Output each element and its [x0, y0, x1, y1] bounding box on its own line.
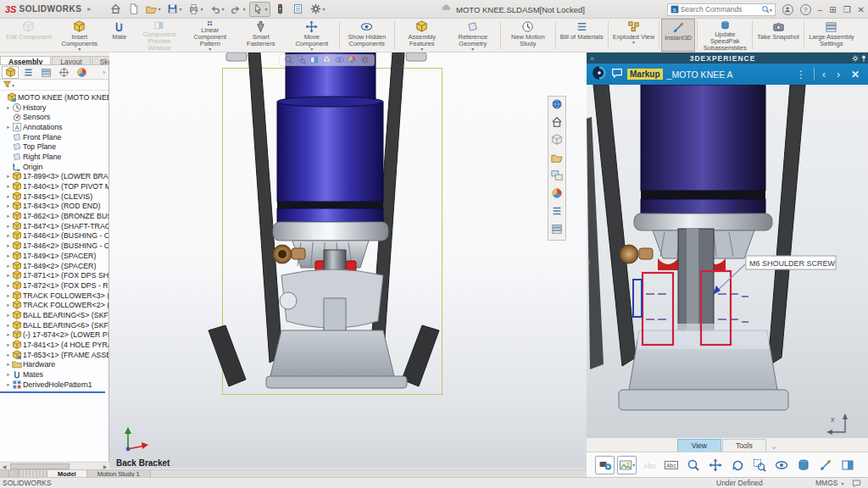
tab-scroll-right[interactable]: [9, 470, 19, 477]
zoom-fit-icon[interactable]: [284, 53, 293, 68]
tree-item-17-899-3-lower-bracket-[interactable]: ▸17-899<3> (LOWER BRACKET): [0, 172, 108, 182]
tree-item-17-840-1-top-pivot-mount-[interactable]: ▸17-840<1> (TOP PIVOT MOUNT): [0, 181, 108, 191]
markup-graphics-area[interactable]: M6 SHOULDER SCREW x: [587, 85, 868, 438]
tree-rollback-bar[interactable]: [0, 391, 105, 393]
tree-item-17-846-1-bushing-clevis-13-id[interactable]: ▸17-846<1> (BUSHING - CLEVIS 13 ID: [0, 231, 108, 241]
tree-item-origin[interactable]: Origin: [0, 162, 108, 172]
scroll-thumb[interactable]: [10, 463, 70, 469]
tree-item-moto-knee-moto-knee-[interactable]: MOTO KNEE (MOTO KNEE): [0, 92, 108, 103]
rebuild-icon[interactable]: [272, 2, 288, 17]
rocker-pin[interactable]: [280, 292, 297, 309]
top-pivot-right[interactable]: [406, 53, 426, 61]
top-pivot-left[interactable]: [226, 53, 247, 61]
chat-bubble-icon[interactable]: [611, 67, 623, 82]
custom-properties-icon[interactable]: [551, 205, 563, 220]
select-icon[interactable]: ▾: [249, 2, 270, 17]
tree-filter-row[interactable]: ▾: [0, 80, 108, 91]
zoom-area-icon[interactable]: [297, 53, 306, 68]
tree-item-17-849-1-spacer-[interactable]: ▸17-849<1> (SPACER): [0, 251, 108, 261]
3dexperience-icon[interactable]: [551, 98, 563, 114]
search-icon[interactable]: [761, 2, 770, 17]
smart-fasteners-button[interactable]: Smart Fasteners: [236, 19, 287, 52]
tree-item--17-874-2-lower-pin-[interactable]: ▸(-) 17-874<2> (LOWER PIN): [0, 330, 108, 341]
insert-components-button[interactable]: Insert Components▾: [54, 19, 105, 52]
tree-item-17-846-2-bushing-clevis-13-id[interactable]: ▸17-846<2> (BUSHING - CLEVIS 13 ID: [0, 241, 108, 251]
new-document-icon[interactable]: [125, 2, 142, 17]
undo-icon[interactable]: ▾: [207, 2, 226, 17]
bronze-bushing[interactable]: [620, 245, 638, 263]
quick-tip-icon[interactable]: [852, 479, 861, 488]
bill-of-materials-button[interactable]: Bill of Materials: [558, 19, 606, 52]
graphics-area[interactable]: [109, 53, 587, 469]
tree-item-17-862-1-bronze-bushing-10-ii[interactable]: ▸17-862<1> (BRONZE BUSHING - 10 II: [0, 211, 108, 221]
tree-item-ball-bearing-5-skf-bearing-6[interactable]: ▸BALL BEARING<5> (SKF BEARING #6: [0, 310, 108, 320]
next-markup-icon[interactable]: ›: [833, 69, 843, 80]
new-motion-study-button[interactable]: New Motion Study: [503, 19, 554, 52]
minimize-button[interactable]: –: [818, 5, 823, 14]
appearances-icon[interactable]: [551, 187, 563, 202]
close-button[interactable]: ✕: [858, 5, 865, 14]
scroll-right-icon[interactable]: ▶: [101, 463, 109, 469]
options-icon[interactable]: ▾: [308, 2, 327, 17]
assembly-features-button[interactable]: Assembly Features▾: [397, 19, 448, 52]
markup-model-view[interactable]: M6 SHOULDER SCREW x: [587, 85, 868, 438]
tree-item-17-849-2-spacer-[interactable]: ▸17-849<2> (SPACER): [0, 261, 108, 271]
instant3d-button[interactable]: Instant3D: [661, 19, 695, 52]
view-palette-icon[interactable]: [551, 169, 563, 185]
tree-item-top-plane[interactable]: Top Plane: [0, 141, 108, 152]
model-data-icon[interactable]: [793, 456, 813, 474]
frame-lower-left[interactable]: [209, 325, 246, 386]
measure-icon[interactable]: [815, 456, 835, 474]
tab-splitter[interactable]: [19, 470, 47, 477]
tree-item-17-841-1-4-hole-pyramid-[interactable]: ▸17-841<1> (4 HOLE PYRAMID): [0, 340, 108, 350]
appearance-icon[interactable]: [348, 53, 357, 68]
split-view-icon[interactable]: [837, 456, 857, 474]
tree-item-17-845-1-clevis-[interactable]: ▸17-845<1> (CLEVIS): [0, 191, 108, 202]
markup-tab-tools[interactable]: Tools: [722, 439, 766, 452]
hide-show-icon[interactable]: [335, 53, 344, 68]
panel-collapse-handle[interactable]: ‹: [587, 257, 591, 267]
take-snapshot-button[interactable]: Take Snapshot: [754, 19, 802, 52]
rotate-icon[interactable]: [727, 456, 747, 474]
frame-lower-right[interactable]: [402, 325, 439, 386]
user-account-icon[interactable]: [782, 4, 793, 15]
search-flyout-icon[interactable]: S: [670, 2, 679, 17]
view-orientation-icon[interactable]: [322, 53, 331, 68]
tree-item-17-853-1-frame-assembly-[interactable]: ▸17-853<1> (FRAME ASSEMBLY): [0, 350, 108, 360]
zoom-area-icon[interactable]: [749, 456, 769, 474]
tree-item-17-872-1-fox-dps-rod-[interactable]: ▸17-872<1> (FOX DPS - ROD): [0, 280, 108, 291]
insert-image-icon[interactable]: ▾: [617, 456, 637, 474]
markup-tab-view[interactable]: View: [677, 439, 721, 452]
highlighted-fillet-left[interactable]: [658, 258, 678, 270]
markup-stamp-icon[interactable]: [595, 456, 615, 474]
search-caret-icon[interactable]: ▾: [770, 7, 772, 13]
tree-tabs-expand-icon[interactable]: ›: [103, 69, 105, 76]
home-icon[interactable]: [108, 2, 124, 17]
move-component-button[interactable]: Move Component▾: [287, 19, 337, 52]
orbit-view-icon[interactable]: [771, 456, 791, 474]
compass-icon[interactable]: [592, 65, 607, 84]
configurationmanager-tab-icon[interactable]: [37, 66, 54, 79]
tree-item-track-follower-3-yoke-type-f[interactable]: ▸TRACK FOLLOWER<3> (YOKE TYPE F: [0, 291, 108, 301]
redo-icon[interactable]: ▾: [228, 2, 248, 17]
shock-cylinder[interactable]: [277, 102, 383, 202]
window-layout-button[interactable]: ⊞: [829, 5, 836, 14]
bronze-fitting[interactable]: [292, 248, 305, 259]
search-commands-box[interactable]: S ▾: [667, 3, 776, 16]
units-caret-icon[interactable]: ▾: [841, 480, 843, 486]
more-options-icon[interactable]: ⋮: [793, 69, 810, 80]
tree-item-history[interactable]: ▸History: [0, 103, 108, 113]
tree-item-mates[interactable]: ▸Mates: [0, 369, 108, 380]
resources-icon[interactable]: [551, 116, 563, 131]
tree-item-hardware[interactable]: ▸Hardware: [0, 360, 108, 370]
shock-flange[interactable]: [273, 222, 388, 241]
logo-caret-icon[interactable]: ▸: [87, 5, 91, 13]
bronze-fitting[interactable]: [639, 248, 653, 259]
tree-item-17-843-1-rod-end-[interactable]: ▸17-843<1> (ROD END): [0, 202, 108, 212]
prev-markup-icon[interactable]: ‹: [819, 69, 829, 80]
zoom-icon[interactable]: [683, 456, 703, 474]
print-icon[interactable]: ▾: [186, 2, 205, 17]
note-label-icon[interactable]: Abc: [661, 456, 681, 474]
forum-icon[interactable]: [551, 223, 563, 238]
view-settings-icon[interactable]: [360, 53, 370, 68]
